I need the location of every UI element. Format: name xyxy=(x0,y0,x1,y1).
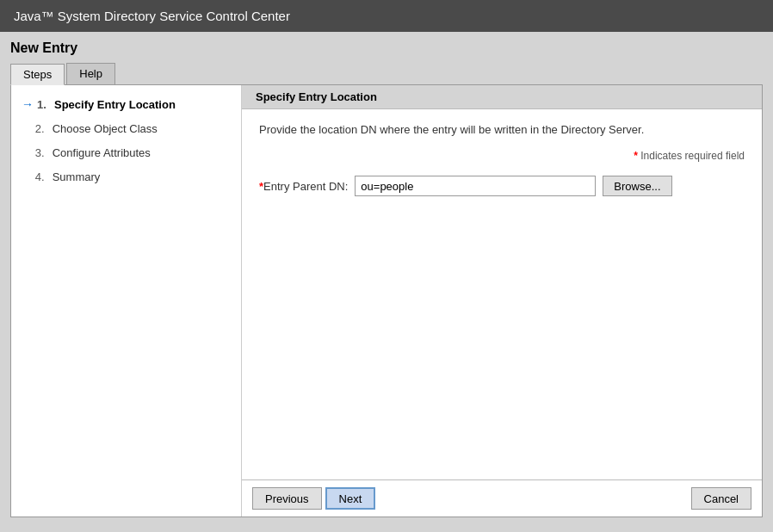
entry-parent-dn-label: Entry Parent DN: xyxy=(263,180,348,193)
step-item-3[interactable]: 3. Configure Attributes xyxy=(11,140,241,164)
previous-button[interactable]: Previous xyxy=(252,487,322,510)
required-note: * Indicates required field xyxy=(259,150,745,162)
cancel-button[interactable]: Cancel xyxy=(691,487,751,510)
tab-help[interactable]: Help xyxy=(66,63,115,84)
section-body: Provide the location DN where the entry … xyxy=(242,109,762,479)
page-title: New Entry xyxy=(10,40,763,56)
browse-button[interactable]: Browse... xyxy=(603,176,671,196)
step-number-4: 4. xyxy=(35,170,53,183)
step-arrow-2 xyxy=(22,121,32,135)
footer-bar: Previous Next Cancel xyxy=(242,479,762,517)
form-row-entry-parent: * Entry Parent DN: Browse... xyxy=(259,176,745,196)
tab-steps[interactable]: Steps xyxy=(10,64,65,85)
main-container: New Entry Steps Help → 1. Specify Entry … xyxy=(0,32,773,526)
step-item-1[interactable]: → 1. Specify Entry Location xyxy=(11,92,241,116)
step-number-2: 2. xyxy=(35,122,53,135)
content-panel: → 1. Specify Entry Location 2. Choose Ob… xyxy=(10,85,763,517)
right-content: Specify Entry Location Provide the locat… xyxy=(242,85,762,517)
required-note-text: Indicates required field xyxy=(640,150,745,162)
section-header: Specify Entry Location xyxy=(242,85,762,109)
steps-sidebar: → 1. Specify Entry Location 2. Choose Ob… xyxy=(11,85,242,517)
entry-parent-dn-input[interactable] xyxy=(355,176,596,196)
step-label-1: Specify Entry Location xyxy=(54,98,176,111)
step-label-2: Choose Object Class xyxy=(53,122,158,135)
next-button[interactable]: Next xyxy=(325,487,376,510)
section-header-label: Specify Entry Location xyxy=(256,90,377,103)
step-label-3: Configure Attributes xyxy=(53,146,151,159)
step-item-2[interactable]: 2. Choose Object Class xyxy=(11,116,241,140)
step-number-1: 1. xyxy=(37,98,54,111)
step-label-4: Summary xyxy=(53,170,101,183)
required-star: * xyxy=(634,150,638,162)
step-arrow-3 xyxy=(22,145,32,159)
step-number-3: 3. xyxy=(35,146,53,159)
footer-left: Previous Next xyxy=(252,487,375,510)
step-item-4[interactable]: 4. Summary xyxy=(11,164,241,189)
step-arrow-icon: → xyxy=(22,97,34,111)
tab-bar: Steps Help xyxy=(10,63,763,85)
app-title: Java™ System Directory Service Control C… xyxy=(14,9,290,23)
description-text: Provide the location DN where the entry … xyxy=(259,123,745,136)
step-arrow-4 xyxy=(22,170,32,183)
title-bar: Java™ System Directory Service Control C… xyxy=(0,0,773,32)
